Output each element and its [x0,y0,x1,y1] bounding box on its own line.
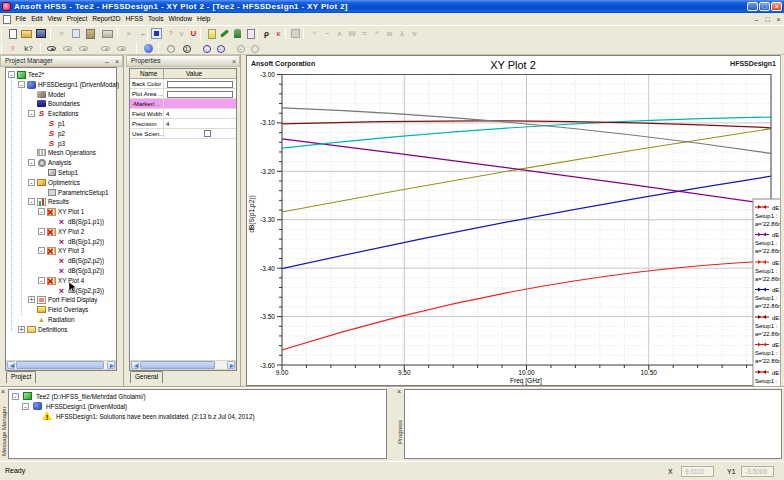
svg-text:dB(S(p1,p2)): dB(S(p1,p2)) [248,195,256,232]
svg-text:dE: dE [772,370,779,376]
svg-text:dE: dE [772,205,779,211]
svg-text:a='22.86r: a='22.86r [755,221,780,227]
svg-text:Freq [GHz]: Freq [GHz] [510,377,542,385]
svg-text:Setup1 :: Setup1 : [755,323,778,329]
svg-text:Setup1 :: Setup1 : [755,350,778,356]
svg-text:HFSSDesign1: HFSSDesign1 [730,60,776,68]
svg-text:-3.00: -3.00 [260,71,275,78]
svg-text:Ansoft Corporation: Ansoft Corporation [251,60,315,68]
svg-text:a='22.86r: a='22.86r [755,276,780,282]
svg-text:Setup1 :: Setup1 : [755,295,778,301]
svg-text:-3.40: -3.40 [260,265,275,272]
svg-text:Setup1 :: Setup1 : [755,213,778,219]
svg-text:9.00: 9.00 [276,369,289,376]
svg-text:dE: dE [772,315,779,321]
svg-text:-3.50: -3.50 [260,313,275,320]
svg-text:9.50: 9.50 [398,369,411,376]
svg-text:Setup1 :: Setup1 : [755,268,778,274]
svg-text:-3.60: -3.60 [260,362,275,369]
svg-text:a='22.86r: a='22.86r [755,358,780,364]
svg-text:10.00: 10.00 [518,369,535,376]
svg-text:-3.20: -3.20 [260,168,275,175]
svg-text:dE: dE [772,260,779,266]
svg-text:a='22.86r: a='22.86r [755,331,780,337]
svg-text:a='22.86r: a='22.86r [755,303,780,309]
svg-text:Setup1 :: Setup1 : [755,240,778,246]
svg-text:dE: dE [772,232,779,238]
svg-text:-3.30: -3.30 [260,216,275,223]
svg-text:10.50: 10.50 [641,369,658,376]
svg-text:XY Plot 2: XY Plot 2 [490,59,536,71]
svg-text:dE: dE [772,342,779,348]
svg-text:-3.10: -3.10 [260,119,275,126]
svg-text:dE: dE [772,287,779,293]
svg-text:Setup1 :: Setup1 : [755,378,778,384]
svg-text:a='22.86r: a='22.86r [755,248,780,254]
